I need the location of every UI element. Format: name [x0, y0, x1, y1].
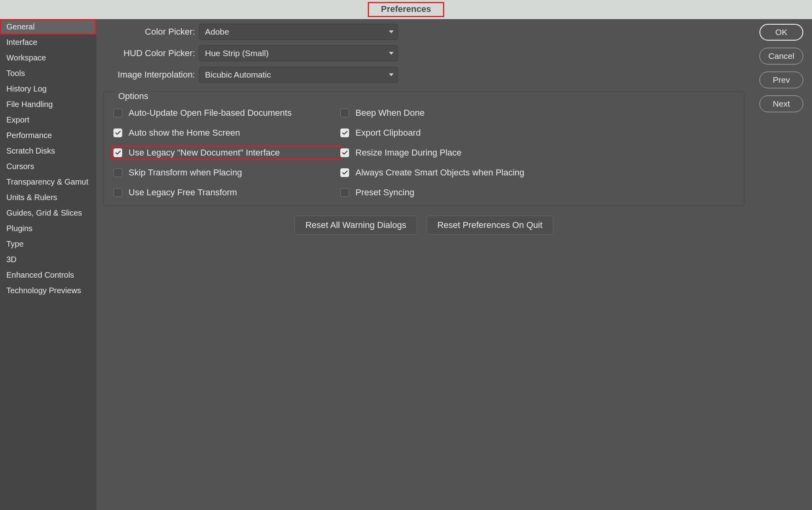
- sidebar-item-3d[interactable]: 3D: [0, 252, 96, 267]
- option-label: Auto-Update Open File-based Documents: [129, 108, 292, 118]
- sidebar-item-units-rulers[interactable]: Units & Rulers: [0, 190, 96, 205]
- option-label: Export Clipboard: [355, 128, 421, 138]
- sidebar-item-general[interactable]: General: [0, 19, 96, 35]
- sidebar-item-technology-previews[interactable]: Technology Previews: [0, 283, 96, 298]
- cancel-button[interactable]: Cancel: [759, 48, 803, 64]
- sidebar-item-cursors[interactable]: Cursors: [0, 159, 96, 174]
- option-label: Resize Image During Place: [355, 148, 462, 158]
- sidebar-item-label: History Log: [6, 84, 47, 93]
- check-icon: [342, 171, 347, 175]
- select-value: Adobe: [205, 27, 229, 37]
- checkbox[interactable]: [113, 128, 122, 137]
- sidebar-item-workspace[interactable]: Workspace: [0, 50, 96, 66]
- dialog-buttons: OK Cancel Prev Next: [759, 24, 803, 112]
- sidebar-item-label: General: [6, 22, 35, 31]
- next-button[interactable]: Next: [759, 95, 803, 112]
- option-label: Always Create Smart Objects when Placing: [355, 167, 524, 178]
- option-resize-image-during-place[interactable]: Resize Image During Place: [340, 148, 736, 158]
- option-label: Skip Transform when Placing: [129, 167, 242, 178]
- checkbox[interactable]: [113, 188, 122, 197]
- check-icon: [115, 131, 121, 135]
- sidebar-item-guides-grid-slices[interactable]: Guides, Grid & Slices: [0, 205, 96, 221]
- chevron-down-icon: [389, 52, 394, 55]
- option-use-legacy-new-document-interface[interactable]: Use Legacy "New Document" Interface: [113, 148, 340, 158]
- select-value: Hue Strip (Small): [205, 49, 269, 58]
- sidebar-item-label: Scratch Disks: [6, 146, 55, 155]
- form-row: Color Picker:Adobe: [103, 24, 805, 40]
- sidebar-item-label: Guides, Grid & Slices: [6, 208, 82, 217]
- sidebar-item-enhanced-controls[interactable]: Enhanced Controls: [0, 267, 96, 283]
- checkbox[interactable]: [340, 168, 349, 177]
- check-icon: [342, 131, 347, 135]
- form-row: HUD Color Picker:Hue Strip (Small): [103, 45, 805, 61]
- form-label: Image Interpolation:: [103, 70, 195, 80]
- check-icon: [342, 151, 347, 155]
- sidebar-item-label: Units & Rulers: [6, 193, 57, 202]
- prev-button[interactable]: Prev: [759, 72, 803, 88]
- sidebar-item-label: Plugins: [6, 224, 33, 233]
- sidebar-item-label: Export: [6, 115, 29, 124]
- sidebar-item-label: Interface: [6, 38, 37, 47]
- form-label: HUD Color Picker:: [103, 48, 195, 58]
- sidebar-item-transparency-gamut[interactable]: Transparency & Gamut: [0, 174, 96, 190]
- check-icon: [115, 151, 121, 155]
- option-label: Preset Syncing: [355, 187, 414, 198]
- titlebar-highlight: Preferences: [368, 2, 444, 17]
- option-export-clipboard[interactable]: Export Clipboard: [340, 128, 736, 138]
- sidebar-item-label: Performance: [6, 131, 52, 140]
- sidebar-item-label: Technology Previews: [6, 286, 81, 295]
- sidebar-item-history-log[interactable]: History Log: [0, 81, 96, 97]
- checkbox[interactable]: [340, 109, 349, 117]
- sidebar-item-label: Tools: [6, 69, 25, 78]
- chevron-down-icon: [389, 74, 394, 76]
- sidebar-item-label: File Handling: [6, 100, 53, 109]
- sidebar-item-type[interactable]: Type: [0, 236, 96, 252]
- chevron-down-icon: [389, 31, 394, 33]
- window-title: Preferences: [381, 4, 431, 14]
- sidebar-item-label: Workspace: [6, 53, 46, 62]
- option-label: Auto show the Home Screen: [129, 128, 240, 138]
- sidebar-item-label: Enhanced Controls: [6, 271, 74, 279]
- select-color-picker[interactable]: Adobe: [199, 24, 398, 40]
- sidebar-item-label: Transparency & Gamut: [6, 177, 88, 186]
- option-auto-show-the-home-screen[interactable]: Auto show the Home Screen: [113, 128, 340, 138]
- option-always-create-smart-objects-when-placing[interactable]: Always Create Smart Objects when Placing: [340, 167, 736, 178]
- form-label: Color Picker:: [103, 27, 195, 37]
- select-value: Bicubic Automatic: [205, 70, 271, 80]
- sidebar-item-scratch-disks[interactable]: Scratch Disks: [0, 143, 96, 159]
- option-label: Beep When Done: [355, 108, 425, 118]
- sidebar-item-label: 3D: [6, 255, 17, 264]
- checkbox[interactable]: [113, 148, 122, 157]
- option-beep-when-done[interactable]: Beep When Done: [340, 108, 736, 118]
- sidebar-item-file-handling[interactable]: File Handling: [0, 97, 96, 112]
- checkbox[interactable]: [340, 148, 349, 157]
- sidebar: GeneralInterfaceWorkspaceToolsHistory Lo…: [0, 19, 96, 510]
- options-fieldset: Options Auto-Update Open File-based Docu…: [103, 91, 744, 206]
- option-auto-update-open-file-based-documents[interactable]: Auto-Update Open File-based Documents: [113, 108, 340, 118]
- reset-preferences-on-quit-button[interactable]: Reset Preferences On Quit: [427, 216, 553, 235]
- sidebar-item-tools[interactable]: Tools: [0, 66, 96, 81]
- checkbox[interactable]: [340, 128, 349, 137]
- sidebar-item-label: Cursors: [6, 162, 34, 171]
- titlebar: Preferences: [0, 0, 812, 19]
- sidebar-item-interface[interactable]: Interface: [0, 35, 96, 50]
- sidebar-item-label: Type: [6, 239, 23, 248]
- option-skip-transform-when-placing[interactable]: Skip Transform when Placing: [113, 167, 340, 178]
- select-hud-color-picker[interactable]: Hue Strip (Small): [199, 45, 398, 61]
- checkbox[interactable]: [113, 168, 122, 177]
- option-preset-syncing[interactable]: Preset Syncing: [340, 187, 736, 198]
- sidebar-item-performance[interactable]: Performance: [0, 128, 96, 143]
- options-legend: Options: [114, 91, 152, 101]
- form-row: Image Interpolation:Bicubic Automatic: [103, 67, 805, 83]
- main-panel: Color Picker:AdobeHUD Color Picker:Hue S…: [96, 19, 812, 510]
- select-image-interpolation[interactable]: Bicubic Automatic: [199, 67, 398, 83]
- sidebar-item-plugins[interactable]: Plugins: [0, 221, 96, 236]
- option-label: Use Legacy "New Document" Interface: [129, 148, 280, 158]
- checkbox[interactable]: [340, 188, 349, 197]
- sidebar-item-export[interactable]: Export: [0, 112, 96, 128]
- option-label: Use Legacy Free Transform: [129, 187, 237, 198]
- checkbox[interactable]: [113, 109, 122, 117]
- ok-button[interactable]: OK: [759, 24, 803, 41]
- option-use-legacy-free-transform[interactable]: Use Legacy Free Transform: [113, 187, 340, 198]
- reset-warning-dialogs-button[interactable]: Reset All Warning Dialogs: [295, 216, 417, 235]
